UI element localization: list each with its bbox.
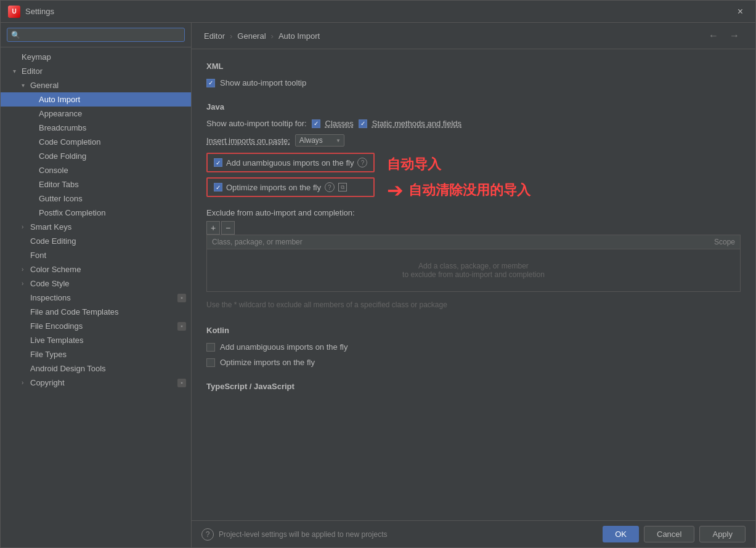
breadcrumb-nav: ← → <box>705 29 743 42</box>
help-icon[interactable]: ? <box>357 158 367 167</box>
arrow-icon: › <box>22 224 30 230</box>
static-methods-checkbox[interactable]: ✓ <box>359 119 367 128</box>
arrow-icon: ▾ <box>22 82 30 89</box>
kotlin-optimize-imports-row: Optimize imports on the fly <box>206 358 741 367</box>
breadcrumb-auto-import: Auto Import <box>278 31 320 41</box>
kotlin-add-unambiguous-checkbox[interactable] <box>206 343 215 352</box>
cancel-button[interactable]: Cancel <box>644 526 694 542</box>
sidebar-item-editor[interactable]: ▾ Editor <box>1 64 191 78</box>
optimize-imports-label: Optimize imports on the fly <box>226 183 321 192</box>
sidebar-item-code-folding[interactable]: Code Folding <box>1 149 191 163</box>
sidebar-item-label: Postfix Completion <box>39 208 105 217</box>
insert-imports-dropdown[interactable]: Always ▼ <box>295 134 344 147</box>
search-input[interactable] <box>23 30 181 39</box>
highlighted-boxes: ✓ Add unambiguous imports on the fly ? ✓ <box>206 153 375 202</box>
sidebar-item-label: Appearance <box>39 109 82 118</box>
sidebar-item-label: Console <box>39 166 68 175</box>
wildcard-hint: Use the * wildcard to exclude all member… <box>206 299 741 311</box>
window-title: Settings <box>25 7 733 16</box>
annotation-auto-clear-text: 自动清除没用的导入 <box>408 181 530 199</box>
sidebar-item-label: File and Code Templates <box>30 307 119 316</box>
arrow-icon: › <box>22 379 30 386</box>
forward-button[interactable]: → <box>726 29 743 42</box>
content-area: 🔍 Keymap ▾ Editor ▾ General <box>1 23 755 547</box>
sidebar-item-color-scheme[interactable]: › Color Scheme <box>1 262 191 276</box>
sidebar-item-label: Font <box>30 251 46 260</box>
breadcrumb-editor: Editor <box>204 31 225 41</box>
sidebar-item-auto-import[interactable]: Auto Import <box>1 92 191 107</box>
insert-imports-row: Insert imports on paste: Always ▼ <box>206 134 741 147</box>
annotation-area: ✓ Add unambiguous imports on the fly ? ✓ <box>206 153 741 202</box>
annotation-auto-import-row: 自动导入 <box>387 155 530 174</box>
sidebar-item-postfix-completion[interactable]: Postfix Completion <box>1 206 191 220</box>
sidebar-item-copyright[interactable]: › Copyright ▪ <box>1 376 191 390</box>
arrow-icon: › <box>22 280 30 287</box>
add-unambiguous-checkbox[interactable]: ✓ <box>214 158 222 167</box>
static-methods-label[interactable]: Static methods and fields <box>372 119 461 128</box>
main-content: Editor › General › Auto Import ← → XML <box>192 23 755 547</box>
sidebar-item-label: Copyright <box>30 378 65 387</box>
add-button[interactable]: + <box>206 221 220 235</box>
sidebar-item-label: Breadcrumbs <box>39 123 86 132</box>
java-section: Java Show auto-import tooltip for: ✓ Cla… <box>206 102 741 311</box>
sidebar-item-label: Keymap <box>22 52 51 62</box>
breadcrumb-sep2: › <box>271 31 274 41</box>
col-class-package: Class, package, or member <box>212 238 303 246</box>
sidebar-item-general[interactable]: ▾ General <box>1 78 191 92</box>
help-button[interactable]: ? <box>201 528 214 541</box>
sidebar-item-label: Gutter Icons <box>39 194 83 203</box>
sidebar-item-font[interactable]: Font <box>1 248 191 262</box>
apply-button[interactable]: Apply <box>699 526 746 542</box>
back-button[interactable]: ← <box>705 29 722 42</box>
sidebar-item-code-editing[interactable]: Code Editing <box>1 234 191 248</box>
sidebar-item-inspections[interactable]: Inspections ▪ <box>1 291 191 305</box>
insert-imports-value: Always <box>299 136 323 145</box>
sidebar-item-appearance[interactable]: Appearance <box>1 107 191 121</box>
annotation-auto-import-text: 自动导入 <box>387 155 441 174</box>
sidebar-item-keymap[interactable]: Keymap <box>1 50 191 64</box>
search-wrapper[interactable]: 🔍 <box>7 28 185 42</box>
sidebar-item-label: Color Scheme <box>30 265 81 274</box>
exclude-section: Exclude from auto-import and completion:… <box>206 208 741 311</box>
kotlin-optimize-imports-checkbox[interactable] <box>206 358 215 367</box>
close-button[interactable]: × <box>733 4 748 20</box>
sidebar-item-smart-keys[interactable]: › Smart Keys <box>1 220 191 234</box>
sidebar-item-console[interactable]: Console <box>1 163 191 177</box>
kotlin-add-unambiguous-row: Add unambiguous imports on the fly <box>206 342 741 352</box>
copy-icon[interactable]: ⧉ <box>338 183 347 191</box>
copyright-badge: ▪ <box>177 379 186 387</box>
sidebar-item-code-style[interactable]: › Code Style <box>1 276 191 291</box>
sidebar-item-file-and-code-templates[interactable]: File and Code Templates <box>1 305 191 319</box>
remove-button[interactable]: − <box>221 221 235 235</box>
breadcrumb-bar: Editor › General › Auto Import ← → <box>192 23 755 49</box>
sidebar-item-breadcrumbs[interactable]: Breadcrumbs <box>1 121 191 135</box>
sidebar-item-label: Editor <box>22 66 43 76</box>
classes-label[interactable]: Classes <box>325 119 354 128</box>
sidebar-item-live-templates[interactable]: Live Templates <box>1 333 191 347</box>
sidebar-tree: Keymap ▾ Editor ▾ General Auto Import <box>1 47 191 547</box>
col-scope: Scope <box>714 238 735 246</box>
sidebar-item-label: Smart Keys <box>30 222 71 232</box>
bottom-bar-left: ? Project-level settings will be applied… <box>201 528 603 541</box>
sidebar-item-editor-tabs[interactable]: Editor Tabs <box>1 177 191 191</box>
sidebar-item-file-types[interactable]: File Types <box>1 347 191 361</box>
kotlin-section-title: Kotlin <box>206 326 741 335</box>
help-icon2[interactable]: ? <box>325 182 335 192</box>
chevron-down-icon: ▼ <box>336 138 341 143</box>
ok-button[interactable]: OK <box>603 526 639 542</box>
sidebar-item-label: Code Completion <box>39 137 100 147</box>
search-icon: 🔍 <box>11 31 20 39</box>
xml-section-title: XML <box>206 62 741 71</box>
sidebar-item-file-encodings[interactable]: File Encodings ▪ <box>1 319 191 333</box>
java-section-title: Java <box>206 102 741 111</box>
show-tooltip-for-label: Show auto-import tooltip for: <box>206 119 307 128</box>
show-tooltip-checkbox[interactable]: ✓ <box>206 79 215 87</box>
sidebar-item-code-completion[interactable]: Code Completion <box>1 135 191 149</box>
sidebar-item-label: General <box>30 81 59 90</box>
sidebar-item-android-design-tools[interactable]: Android Design Tools <box>1 361 191 376</box>
add-unambiguous-box: ✓ Add unambiguous imports on the fly ? <box>206 153 375 172</box>
sidebar-item-gutter-icons[interactable]: Gutter Icons <box>1 191 191 206</box>
optimize-imports-checkbox[interactable]: ✓ <box>214 183 222 191</box>
app-icon: U <box>8 6 20 18</box>
classes-checkbox[interactable]: ✓ <box>312 119 320 128</box>
